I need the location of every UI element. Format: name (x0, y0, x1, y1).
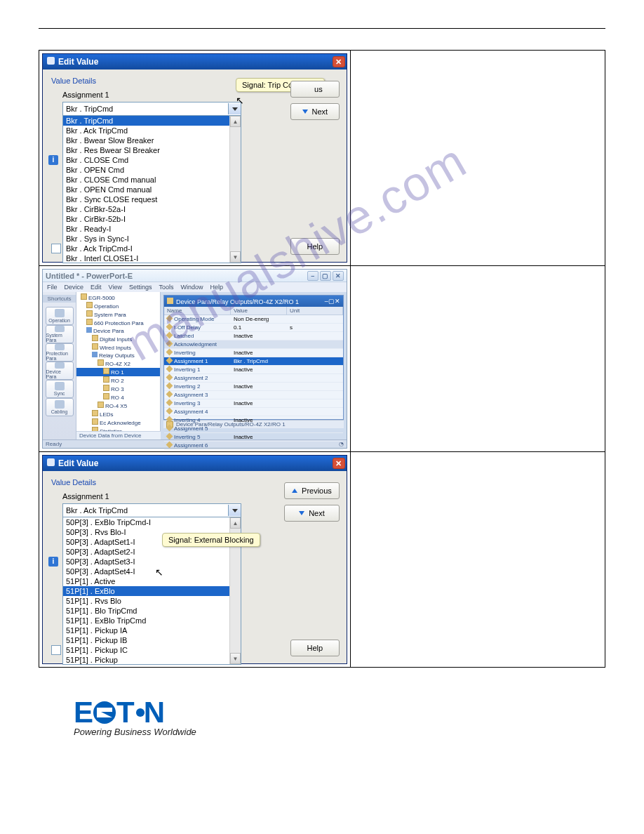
list-item[interactable]: 51P[1] . Pickup IB (63, 635, 229, 645)
list-item[interactable]: Bkr . Sync CLOSE request (63, 194, 229, 204)
scroll-up-icon[interactable]: ▲ (230, 116, 241, 127)
scroll-down-icon[interactable]: ▼ (230, 251, 241, 263)
tree-node[interactable]: RO 3 (76, 385, 160, 393)
tree-node[interactable]: Operation (76, 302, 160, 310)
help-button[interactable]: Help (290, 238, 340, 255)
table-row[interactable]: Assignment 3 (164, 391, 343, 399)
list-item[interactable]: Bkr . Ack TripCmd (63, 126, 229, 135)
shortcut-button[interactable]: System Para (46, 325, 74, 343)
checkbox[interactable] (51, 244, 61, 253)
scroll-down-icon[interactable]: ▼ (230, 653, 241, 664)
shortcut-button[interactable]: Cabling (46, 398, 74, 416)
close-icon[interactable]: ✕ (335, 298, 340, 305)
checkbox[interactable] (51, 645, 61, 655)
menu-item[interactable]: File (47, 284, 58, 291)
list-item[interactable]: Bkr . Ack TripCmd-I (63, 244, 229, 253)
list-item[interactable]: Bkr . OPEN Cmd manual (63, 185, 229, 194)
tree-node[interactable]: Digital Inputs (76, 335, 160, 343)
menu-item[interactable]: Device (65, 284, 84, 291)
list-item[interactable]: Bkr . Ready-I (63, 224, 229, 234)
tree-node[interactable]: Wired Inputs (76, 343, 160, 352)
close-icon[interactable]: ✕ (333, 56, 345, 67)
menubar[interactable]: FileDeviceEditViewSettingsToolsWindowHel… (43, 282, 347, 292)
next-button[interactable]: Next (290, 103, 340, 120)
list-item[interactable]: 51P[1] . Pickup (63, 655, 229, 665)
list-item[interactable]: Bkr . Res Bwear Sl Breaker (63, 145, 229, 155)
menu-item[interactable]: Help (210, 284, 223, 291)
maximize-icon[interactable]: ▢ (328, 298, 335, 305)
next-button[interactable]: Next (284, 505, 340, 522)
list-item[interactable]: 51P[1] . ExBlo TripCmd (63, 616, 229, 626)
menu-item[interactable]: Window (180, 284, 203, 291)
list-item[interactable]: Bkr . CirBkr-52a-I (63, 204, 229, 214)
tree-node[interactable]: RO 2 (76, 376, 160, 385)
menu-item[interactable]: Settings (129, 284, 152, 291)
tree-node[interactable]: RO 1 (76, 368, 160, 376)
list-item[interactable]: 50P[3] . AdaptSet2-I (63, 547, 229, 557)
help-button[interactable]: Help (290, 640, 340, 656)
table-row[interactable]: Acknowledgment (164, 340, 343, 349)
table-row[interactable]: InvertingInactive (164, 349, 343, 357)
table-row[interactable]: Assignment 4 (164, 408, 343, 416)
list-item[interactable]: 51P[1] . Pickup IA (63, 626, 229, 635)
nav-tree[interactable]: EGR-5000OperationSystem Para660 Protecti… (76, 292, 161, 431)
shortcut-button[interactable]: Sync (46, 380, 74, 398)
tree-node[interactable]: RO 4 (76, 393, 160, 402)
tree-node[interactable]: RO-4 X5 (76, 402, 160, 410)
tree-node[interactable]: LEDs (76, 410, 160, 418)
chevron-down-icon[interactable] (228, 505, 241, 516)
tree-node[interactable]: Relay Outputs (76, 352, 160, 359)
tree-node[interactable]: System Para (76, 310, 160, 319)
tree-node[interactable]: EGR-5000 (76, 293, 160, 302)
list-item[interactable]: Bkr . OPEN Cmd (63, 165, 229, 175)
menu-item[interactable]: Tools (159, 284, 173, 291)
list-item[interactable]: Bkr . CirBkr-52b-I (63, 214, 229, 224)
assignment-listbox[interactable]: Bkr . TripCmdBkr . Ack TripCmdBkr . Bwea… (62, 116, 241, 263)
minimize-icon[interactable]: – (307, 271, 318, 281)
list-item[interactable]: 51P[1] . Active (63, 576, 229, 586)
top-rule (39, 28, 605, 29)
tree-node[interactable]: RO-4Z X2 (76, 359, 160, 368)
assignment-dropdown[interactable]: Bkr . Ack TripCmd (62, 503, 241, 517)
assignment-dropdown[interactable]: Bkr . TripCmd (62, 102, 241, 116)
scrollbar[interactable]: ▲ ▼ (229, 116, 241, 263)
previous-button-partial[interactable]: us (290, 81, 340, 98)
table-row[interactable]: Inverting 1Inactive (164, 366, 343, 374)
table-row[interactable]: Assignment 6 (164, 442, 343, 450)
list-item[interactable]: 51P[1] . Blo TripCmd (63, 606, 229, 616)
table-row[interactable]: t-Off Delay0.1s (164, 324, 343, 332)
list-item[interactable]: Bkr . Bwear Slow Breaker (63, 135, 229, 145)
shortcut-button[interactable]: Operation (46, 307, 74, 325)
list-item[interactable]: 50P[3] . ExBlo TripCmd-I (63, 517, 229, 527)
table-row[interactable]: Inverting 5Inactive (164, 433, 343, 442)
shortcut-button[interactable]: Device Para (46, 362, 74, 380)
list-item[interactable]: 51P[1] . ExBlo (63, 586, 229, 596)
table-row[interactable]: Assignment 1Bkr . TripCmd (164, 357, 343, 366)
list-item[interactable]: 50P[3] . AdaptSet3-I (63, 557, 229, 567)
previous-button[interactable]: Previous (284, 482, 340, 499)
close-icon[interactable]: ✕ (333, 458, 345, 469)
list-item[interactable]: Bkr . Interl CLOSE1-I (63, 253, 229, 263)
shortcut-button[interactable]: Protection Para (46, 343, 74, 362)
list-item[interactable]: Bkr . TripCmd (63, 116, 229, 126)
close-icon[interactable]: ✕ (333, 271, 344, 281)
list-item[interactable]: 50P[3] . AdaptSet4-I (63, 567, 229, 576)
menu-item[interactable]: Edit (90, 284, 102, 291)
table-row[interactable]: LatchedInactive (164, 332, 343, 340)
table-row[interactable]: Inverting 2Inactive (164, 383, 343, 391)
table-row[interactable]: Operating ModeNon De-energ (164, 315, 343, 324)
tree-node[interactable]: 660 Protection Para (76, 319, 160, 327)
list-item[interactable]: Bkr . Sys in Sync-I (63, 234, 229, 244)
list-item[interactable]: Bkr . CLOSE Cmd manual (63, 175, 229, 185)
list-item[interactable]: Bkr . CLOSE Cmd (63, 155, 229, 165)
tree-node[interactable]: Device Para (76, 327, 160, 335)
chevron-down-icon[interactable] (228, 103, 241, 114)
table-row[interactable]: Inverting 3Inactive (164, 399, 343, 408)
table-row[interactable]: Assignment 2 (164, 374, 343, 383)
menu-item[interactable]: View (109, 284, 122, 291)
tree-node[interactable]: Ec Acknowledge (76, 418, 160, 427)
list-item[interactable]: 51P[1] . Pickup IC (63, 645, 229, 655)
list-item[interactable]: 51P[1] . Rvs Blo (63, 596, 229, 606)
scroll-up-icon[interactable]: ▲ (230, 517, 241, 529)
maximize-icon[interactable]: ▢ (320, 271, 331, 281)
